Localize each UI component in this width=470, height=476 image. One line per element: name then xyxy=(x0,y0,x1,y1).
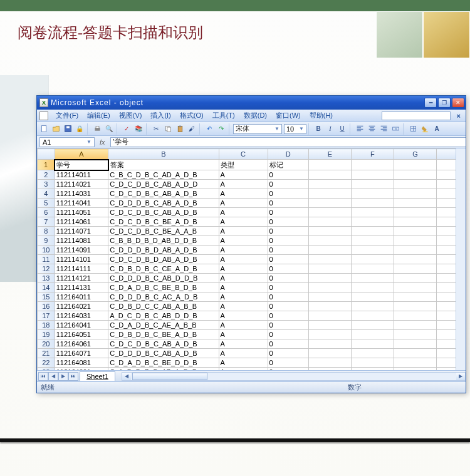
row-header[interactable]: 7 xyxy=(38,217,55,227)
cell[interactable] xyxy=(394,302,436,311)
row-header[interactable]: 3 xyxy=(38,180,55,189)
minimize-button[interactable]: ━ xyxy=(424,98,437,108)
cell[interactable] xyxy=(352,255,394,264)
save-button[interactable] xyxy=(62,123,73,135)
cell[interactable] xyxy=(352,311,394,321)
cell[interactable] xyxy=(309,339,352,349)
cell[interactable] xyxy=(394,358,436,368)
cell[interactable] xyxy=(394,160,436,170)
row-header[interactable]: 18 xyxy=(38,321,55,330)
cell[interactable] xyxy=(394,246,436,255)
row-header[interactable]: 20 xyxy=(38,339,55,349)
col-header[interactable]: C xyxy=(219,149,268,160)
cell[interactable]: 0 xyxy=(268,368,308,371)
tab-nav-next[interactable]: ▶ xyxy=(58,372,68,381)
cell[interactable] xyxy=(352,160,394,170)
col-header[interactable]: F xyxy=(352,149,394,160)
cell[interactable] xyxy=(309,274,352,283)
cell[interactable]: 0 xyxy=(268,246,308,255)
cell[interactable] xyxy=(309,227,352,236)
cell[interactable] xyxy=(309,368,352,371)
cell[interactable]: C_B_B_D_B_D_AB_D_D_B xyxy=(108,236,219,246)
undo-button[interactable]: ↶ xyxy=(204,123,215,135)
help-search-input[interactable] xyxy=(382,111,451,120)
tab-nav-first[interactable]: ⏮ xyxy=(38,372,48,381)
cell[interactable]: A xyxy=(219,208,268,217)
cell[interactable]: A xyxy=(219,292,268,302)
titlebar[interactable]: Microsoft Excel - object ━ ❐ ✕ xyxy=(37,96,466,110)
cell[interactable]: 0 xyxy=(268,217,308,227)
cell[interactable] xyxy=(394,255,436,264)
cell[interactable]: 0 xyxy=(268,349,308,358)
row-header[interactable]: 15 xyxy=(38,292,55,302)
cell[interactable] xyxy=(394,339,436,349)
cell[interactable]: A xyxy=(219,199,268,208)
cell[interactable] xyxy=(352,292,394,302)
spreadsheet-grid[interactable]: A B C D E F G H I 1学号答案类型标记2112114011C_B… xyxy=(37,148,466,370)
cell[interactable] xyxy=(309,246,352,255)
cell[interactable] xyxy=(309,283,352,292)
cell[interactable]: 0 xyxy=(268,227,308,236)
cell[interactable] xyxy=(394,330,436,339)
cell[interactable]: C_D_B_D_B_C_BE_A_D_B xyxy=(108,330,219,339)
col-header[interactable]: E xyxy=(309,149,352,160)
row-header[interactable]: 11 xyxy=(38,255,55,264)
row-header[interactable]: 19 xyxy=(38,330,55,339)
tab-nav-last[interactable]: ⏭ xyxy=(68,372,78,381)
cell[interactable]: C_D_D_D_B_C_AC_A_D_B xyxy=(108,292,219,302)
cell[interactable]: A xyxy=(219,189,268,199)
vertical-scrollbar[interactable] xyxy=(456,148,466,370)
cell[interactable] xyxy=(309,236,352,246)
cell[interactable] xyxy=(352,339,394,349)
cell[interactable]: 112114111 xyxy=(55,264,108,274)
cell[interactable]: 0 xyxy=(268,330,308,339)
cell[interactable]: 0 xyxy=(268,199,308,208)
cell[interactable]: C_D_B_D_C_C_AB_A_B_B xyxy=(108,302,219,311)
cell[interactable]: 112164061 xyxy=(55,339,108,349)
cell[interactable] xyxy=(352,368,394,371)
cell[interactable] xyxy=(394,274,436,283)
cell[interactable] xyxy=(352,227,394,236)
cell[interactable]: A xyxy=(219,368,268,371)
cell[interactable]: A xyxy=(219,283,268,292)
cell[interactable]: 112114081 xyxy=(55,236,108,246)
formula-input[interactable]: '学号 xyxy=(110,137,466,147)
menu-format[interactable]: 格式(O) xyxy=(176,110,207,121)
align-center-button[interactable] xyxy=(366,123,377,135)
cell[interactable]: C_D_C_D_B_D_AB_A_D_B xyxy=(108,255,219,264)
cell[interactable]: 0 xyxy=(268,274,308,283)
cell[interactable]: 学号 xyxy=(55,160,108,170)
cell[interactable]: 0 xyxy=(268,292,308,302)
row-header[interactable]: 17 xyxy=(38,311,55,321)
row-header[interactable]: 21 xyxy=(38,349,55,358)
doc-icon[interactable] xyxy=(39,111,48,120)
cell[interactable] xyxy=(309,170,352,180)
cell[interactable]: 112164051 xyxy=(55,330,108,339)
fx-button[interactable]: fx xyxy=(100,138,105,146)
cell[interactable]: A xyxy=(219,236,268,246)
cell[interactable] xyxy=(309,311,352,321)
menu-help[interactable]: 帮助(H) xyxy=(306,110,337,121)
cell[interactable]: C_D_C_D_B_C_AB_A_D_D xyxy=(108,180,219,189)
cell[interactable]: A xyxy=(219,321,268,330)
cell[interactable]: A_D_C_D_B_C_AB_D_D_B xyxy=(108,311,219,321)
cell[interactable] xyxy=(352,217,394,227)
sheet-tab[interactable]: Sheet1 xyxy=(80,371,115,381)
cell[interactable]: C_D_B_D_B_C_CE_A_D_B xyxy=(108,264,219,274)
cell[interactable] xyxy=(352,236,394,246)
cell[interactable]: C_A_D_D_B_D_AB_A_D_B xyxy=(108,368,219,371)
cell[interactable]: A xyxy=(219,264,268,274)
cell[interactable] xyxy=(394,349,436,358)
cell[interactable]: 112114061 xyxy=(55,217,108,227)
cell[interactable] xyxy=(352,189,394,199)
cell[interactable]: C_D_A_D_B_C_BE_B_D_B xyxy=(108,283,219,292)
cell[interactable]: A xyxy=(219,302,268,311)
col-header[interactable]: G xyxy=(394,149,436,160)
row-header[interactable]: 13 xyxy=(38,274,55,283)
scroll-thumb[interactable] xyxy=(132,373,207,380)
cell[interactable]: A xyxy=(219,274,268,283)
cell[interactable]: 类型 xyxy=(219,160,268,170)
menu-window[interactable]: 窗口(W) xyxy=(272,110,305,121)
cell[interactable] xyxy=(394,368,436,371)
cell[interactable] xyxy=(394,283,436,292)
